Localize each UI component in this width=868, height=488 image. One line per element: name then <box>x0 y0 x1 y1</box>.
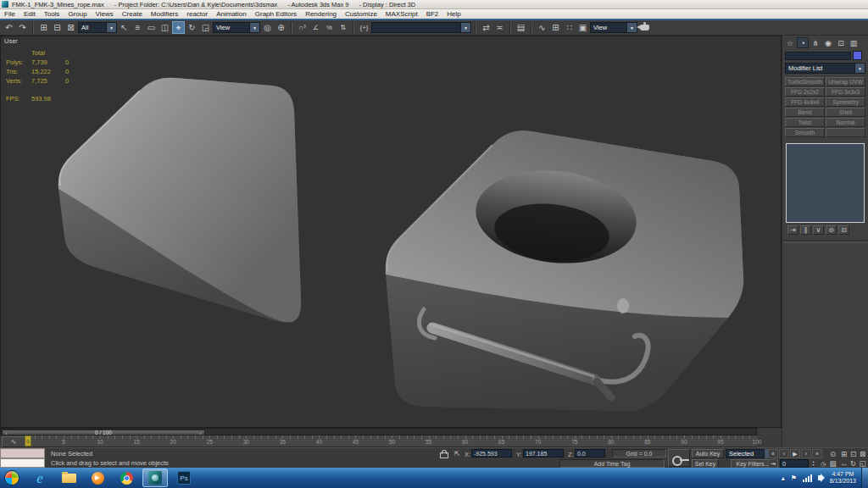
menu-animation[interactable]: Animation <box>212 10 251 18</box>
select-and-rotate-icon[interactable]: ↻ <box>186 21 198 34</box>
maxscript-listener-input[interactable] <box>0 448 45 458</box>
modifier-button-twist[interactable]: Twist <box>785 118 825 127</box>
tab-utilities-icon[interactable]: ▥ <box>848 37 860 48</box>
mirror-icon[interactable]: ⇄ <box>480 21 492 34</box>
region-zoom-icon[interactable]: ▧ <box>827 458 838 468</box>
transform-gizmo-icon[interactable]: ⇱ <box>452 449 462 458</box>
menu-file[interactable]: File <box>0 10 19 18</box>
menu-customize[interactable]: Customize <box>341 10 381 18</box>
layer-manager-icon[interactable]: ▤ <box>515 21 527 34</box>
make-unique-icon[interactable]: ∨ <box>813 225 824 235</box>
tray-clock[interactable]: 4:47 PM 8/13/2013 <box>830 471 856 485</box>
go-to-start-icon[interactable]: « <box>768 449 778 458</box>
modifier-list-dropdown[interactable]: Modifier List ▼ <box>785 63 865 74</box>
menu-tools[interactable]: Tools <box>40 10 64 18</box>
modifier-button-ffd3[interactable]: FFD 3x3x3 <box>826 87 865 97</box>
pin-stack-icon[interactable]: ⇥ <box>787 225 798 235</box>
redo-icon[interactable]: ↷ <box>16 21 29 34</box>
selection-filter-dropdown[interactable]: All ▼ <box>78 22 117 33</box>
menu-rendering[interactable]: Rendering <box>301 10 341 18</box>
menu-group[interactable]: Group <box>64 10 91 18</box>
tab-display-icon[interactable]: ⊡ <box>835 37 847 48</box>
viewport-label[interactable]: User <box>4 37 18 45</box>
track-ruler[interactable]: 5101520253035404550556065707580859095100 <box>27 435 757 447</box>
tab-hierarchy-icon[interactable]: ⋔ <box>810 37 821 48</box>
zoom-icon[interactable]: ⊙ <box>827 449 838 458</box>
render-setup-icon[interactable]: ▣ <box>576 21 589 34</box>
angle-snap-icon[interactable]: ∠ <box>309 21 322 34</box>
object-mine-right[interactable] <box>386 130 743 411</box>
taskbar-chrome[interactable] <box>114 469 139 487</box>
curve-editor-icon[interactable]: ∿ <box>536 21 548 34</box>
select-and-move-icon[interactable]: ⌖ <box>172 21 185 34</box>
select-and-manipulate-icon[interactable]: ⊕ <box>275 21 287 34</box>
y-coordinate-field[interactable] <box>523 449 564 458</box>
spinner-down-icon[interactable]: ▾ <box>812 463 814 467</box>
taskbar-internet-explorer[interactable]: e <box>27 469 53 487</box>
previous-frame-arrow-icon[interactable]: ‹ <box>3 430 10 435</box>
menu-graph-editors[interactable]: Graph Editors <box>251 10 301 18</box>
modifier-button-bend[interactable]: Bend <box>785 108 825 117</box>
reference-coordinate-dropdown[interactable]: View ▼ <box>213 22 260 33</box>
selection-lock-toggle[interactable] <box>439 449 449 458</box>
modifier-button-turbosmooth[interactable]: TurboSmooth <box>785 77 825 86</box>
viewport-user[interactable]: User Total Polys:7,7390 Tris:15,2220 Ver… <box>0 36 782 428</box>
taskbar-media-player[interactable]: ▶ <box>85 469 110 487</box>
taskbar-photoshop[interactable]: Ps <box>171 469 197 487</box>
auto-key-button[interactable]: Auto Key <box>692 449 724 458</box>
menu-edit[interactable]: Edit <box>19 10 40 18</box>
menu-modifiers[interactable]: Modifiers <box>147 10 182 18</box>
set-keys-button[interactable] <box>668 449 690 467</box>
maximize-viewport-toggle-icon[interactable]: ◱ <box>857 458 868 468</box>
menu-help[interactable]: Help <box>442 10 465 18</box>
edit-named-selections-icon[interactable]: {+} <box>358 21 370 34</box>
zoom-extents-all-icon[interactable]: ⊠ <box>857 449 868 458</box>
unlink-selection-icon[interactable]: ⊟ <box>51 21 64 34</box>
modifier-button-ffd4[interactable]: FFD 4x4x4 <box>785 97 825 107</box>
previous-frame-icon[interactable]: ‹ <box>779 449 789 458</box>
modifier-button-ffd2[interactable]: FFD 2x2x2 <box>785 87 825 97</box>
use-pivot-center-icon[interactable]: ◎ <box>261 21 274 34</box>
tab-modify-icon[interactable]: ◔ <box>797 37 809 48</box>
modifier-button-normal[interactable]: Normal <box>826 118 865 127</box>
show-end-result-icon[interactable]: ∥ <box>800 225 811 235</box>
select-object-icon[interactable]: ↖ <box>118 21 131 34</box>
modifier-button-empty[interactable] <box>826 128 865 137</box>
menu-views[interactable]: Views <box>92 10 118 18</box>
x-coordinate-field[interactable] <box>471 449 512 458</box>
window-titlebar[interactable]: FMK-1_FMK-3_Mines_rope.max - Project Fol… <box>0 0 868 9</box>
remove-modifier-icon[interactable]: ⊖ <box>826 225 837 235</box>
modifier-stack[interactable] <box>786 143 865 223</box>
action-center-flag-icon[interactable]: ⚑ <box>791 474 797 482</box>
window-crossing-icon[interactable]: ◫ <box>159 21 171 34</box>
material-editor-icon[interactable]: ∷ <box>563 21 576 34</box>
show-desktop-button[interactable] <box>861 468 868 488</box>
select-and-scale-icon[interactable]: ◲ <box>199 21 212 34</box>
z-coordinate-field[interactable] <box>575 449 605 458</box>
quick-render-icon[interactable] <box>638 21 651 34</box>
show-hidden-icons-icon[interactable]: ▴ <box>782 474 785 482</box>
snap-toggle-icon[interactable]: ∩³ <box>296 21 309 34</box>
taskbar-windows-explorer[interactable] <box>56 469 81 487</box>
object-color-swatch[interactable] <box>853 51 862 60</box>
object-mine-left[interactable] <box>58 78 301 323</box>
time-slider-track[interactable]: ‹ 0 / 100 › <box>0 428 757 435</box>
configure-modifier-sets-icon[interactable]: ⊟ <box>838 225 849 235</box>
select-and-link-icon[interactable]: ⊞ <box>37 21 50 34</box>
tab-create-icon[interactable]: ☆ <box>784 37 796 48</box>
maxscript-listener-output[interactable] <box>0 458 45 468</box>
modifier-button-unwrap-uvw[interactable]: Unwrap UVW <box>826 77 865 86</box>
align-icon[interactable]: ≍ <box>493 21 506 34</box>
track-frame-marker[interactable]: 0 <box>25 435 31 446</box>
schematic-view-icon[interactable]: ⊞ <box>549 21 562 34</box>
next-frame-icon[interactable]: › <box>801 449 811 458</box>
render-type-dropdown[interactable]: View ▼ <box>590 22 637 33</box>
modifier-button-smooth[interactable]: Smooth <box>785 128 825 137</box>
play-animation-icon[interactable]: ▶ <box>790 449 800 458</box>
modifier-button-symmetry[interactable]: Symmetry <box>826 97 865 107</box>
modifier-button-shell[interactable]: Shell <box>826 108 865 117</box>
menu-maxscript[interactable]: MAXScript <box>381 10 422 18</box>
taskbar-3dsmax-active[interactable] <box>142 469 168 487</box>
tab-motion-icon[interactable]: ◉ <box>822 37 834 48</box>
frame-spinner[interactable]: ▴ ▾ <box>810 459 816 468</box>
